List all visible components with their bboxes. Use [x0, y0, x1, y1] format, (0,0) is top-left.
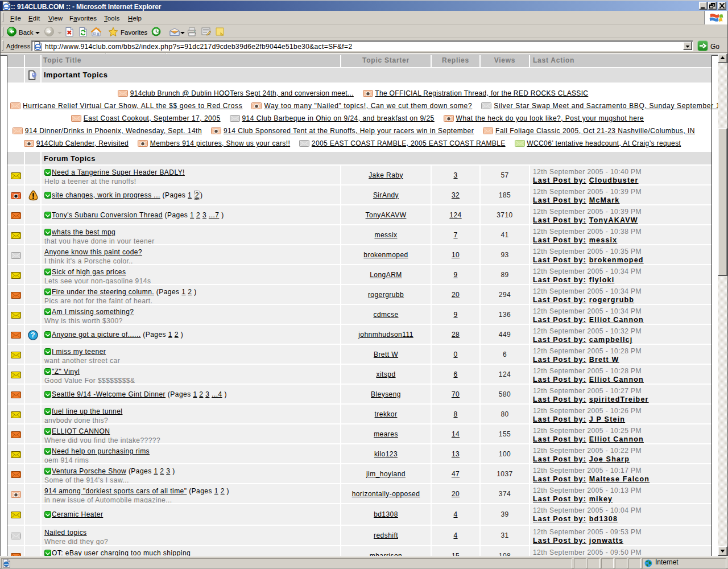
svg-text:?: ? [31, 331, 35, 339]
